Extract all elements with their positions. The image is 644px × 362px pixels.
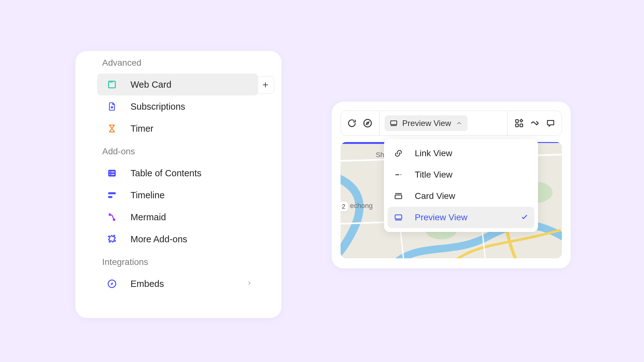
map-zoom-badge: 2 <box>341 202 348 211</box>
open-button[interactable] <box>361 117 374 130</box>
menu-item-label: Table of Contents <box>130 168 202 178</box>
share-icon <box>530 118 540 128</box>
menu-item-more-addons[interactable]: More Add-ons <box>97 228 258 250</box>
svg-rect-4 <box>109 174 110 175</box>
svg-rect-6 <box>108 192 116 195</box>
svg-rect-24 <box>395 215 402 219</box>
section-header-addons: Add-ons <box>93 140 263 162</box>
svg-rect-3 <box>111 172 114 173</box>
svg-rect-15 <box>520 124 523 127</box>
section-header-advanced: Advanced <box>93 51 263 74</box>
timer-icon <box>106 123 118 134</box>
menu-item-web-card[interactable]: Web Card <box>97 74 258 96</box>
apps-grid-icon <box>514 118 524 128</box>
web-card-icon <box>106 79 118 90</box>
preview-view-icon <box>393 212 403 222</box>
view-option-label: Card View <box>415 191 455 201</box>
compass-nav-icon <box>363 118 373 128</box>
preview-panel: Preview View <box>332 102 571 268</box>
view-option-label: Title View <box>415 170 452 180</box>
menu-item-label: Subscriptions <box>130 101 185 112</box>
menu-item-toc[interactable]: Table of Contents <box>97 162 258 184</box>
menu-panel: Advanced Web Card Subscriptions Timer Ad… <box>75 51 281 318</box>
menu-item-label: Web Card <box>130 80 171 90</box>
preview-view-icon <box>390 119 398 127</box>
plus-icon <box>262 81 269 89</box>
toolbar-divider <box>507 111 508 136</box>
menu-item-label: Timeline <box>130 190 165 200</box>
view-option-preview[interactable]: Preview View <box>388 207 534 228</box>
svg-rect-2 <box>109 172 110 173</box>
menu-item-timer[interactable]: Timer <box>97 118 258 140</box>
link-icon <box>393 148 403 158</box>
svg-point-8 <box>108 213 111 216</box>
menu-item-embeds[interactable]: Embeds <box>97 273 258 295</box>
svg-rect-18 <box>341 143 391 144</box>
reload-icon <box>347 118 357 128</box>
view-option-label: Preview View <box>415 212 468 222</box>
view-selector-label: Preview View <box>402 118 451 128</box>
svg-rect-23 <box>395 195 402 199</box>
svg-point-11 <box>364 119 371 127</box>
puzzle-icon <box>106 233 118 245</box>
share-button[interactable] <box>528 117 541 130</box>
embed-toolbar: Preview View <box>341 111 562 136</box>
view-option-card[interactable]: Card View <box>388 185 534 207</box>
card-view-icon <box>393 191 403 201</box>
view-option-label: Link View <box>415 148 452 158</box>
chevron-right-icon <box>246 280 253 288</box>
view-selector[interactable]: Preview View <box>385 115 468 131</box>
reload-button[interactable] <box>345 117 358 130</box>
title-view-icon <box>393 170 403 180</box>
svg-rect-5 <box>111 174 114 175</box>
menu-item-label: Timer <box>130 123 153 134</box>
view-option-title[interactable]: Title View <box>388 164 534 185</box>
svg-rect-12 <box>391 121 397 124</box>
menu-item-timeline[interactable]: Timeline <box>97 184 258 206</box>
toolbar-divider <box>379 111 380 136</box>
svg-rect-14 <box>516 124 519 127</box>
check-icon <box>520 213 529 222</box>
menu-item-label: More Add-ons <box>130 234 187 244</box>
section-header-integrations: Integrations <box>93 250 263 273</box>
menu-item-label: Embeds <box>130 279 164 289</box>
comment-icon <box>546 118 555 128</box>
map-label: echong <box>350 202 373 210</box>
menu-item-subscriptions[interactable]: Subscriptions <box>97 96 258 118</box>
svg-rect-7 <box>108 196 112 198</box>
menu-item-mermaid[interactable]: Mermaid <box>97 206 258 228</box>
apps-button[interactable] <box>513 117 526 130</box>
timeline-icon <box>106 189 118 201</box>
svg-rect-1 <box>108 170 116 176</box>
menu-item-label: Mermaid <box>130 212 166 222</box>
chevron-up-icon <box>456 120 463 127</box>
comment-button[interactable] <box>544 117 557 130</box>
menu-popup: Advanced Web Card Subscriptions Timer Ad… <box>93 51 263 299</box>
view-dropdown: Link View Title View Card View Preview V… <box>384 139 538 232</box>
view-option-link[interactable]: Link View <box>388 143 534 164</box>
svg-rect-13 <box>516 120 519 123</box>
subscriptions-icon <box>106 101 118 112</box>
compass-icon <box>106 278 118 290</box>
toc-icon <box>106 167 118 179</box>
mermaid-icon <box>106 211 118 223</box>
svg-point-22 <box>401 174 402 175</box>
